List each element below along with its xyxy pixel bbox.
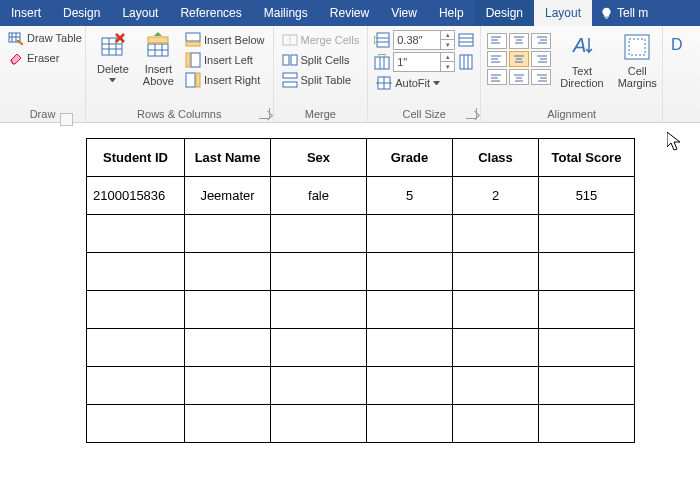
chevron-down-icon bbox=[433, 81, 440, 85]
align-top-right[interactable] bbox=[531, 33, 551, 49]
table-row[interactable] bbox=[87, 253, 635, 291]
split-table-button[interactable]: Split Table bbox=[280, 71, 362, 89]
col-header[interactable]: Student ID bbox=[87, 139, 185, 177]
svg-rect-12 bbox=[291, 55, 297, 65]
align-bottom-right[interactable] bbox=[531, 69, 551, 85]
dialog-launcher-icon[interactable] bbox=[466, 108, 477, 119]
svg-rect-18 bbox=[460, 55, 472, 69]
table-row[interactable]: 2100015836 Jeemater fale 5 2 515 bbox=[87, 177, 635, 215]
row-height-icon bbox=[374, 32, 390, 48]
cell-margins-button[interactable]: Cell Margins bbox=[613, 29, 662, 107]
tab-mailings[interactable]: Mailings bbox=[253, 0, 319, 26]
delete-button[interactable]: Delete bbox=[92, 29, 134, 107]
delete-icon bbox=[99, 32, 127, 60]
align-top-center[interactable] bbox=[509, 33, 529, 49]
column-width-input[interactable]: 1"▲▼ bbox=[393, 52, 455, 72]
align-bottom-center[interactable] bbox=[509, 69, 529, 85]
split-table-icon bbox=[282, 72, 298, 88]
group-label-alignment: Alignment bbox=[481, 108, 662, 120]
text-direction-icon: A bbox=[567, 32, 597, 62]
table-cell[interactable]: fale bbox=[271, 177, 367, 215]
col-header[interactable]: Last Name bbox=[185, 139, 271, 177]
autofit-button[interactable]: AutoFit bbox=[374, 74, 474, 92]
insert-right-icon bbox=[185, 72, 201, 88]
insert-above-icon bbox=[144, 32, 172, 60]
table-row[interactable] bbox=[87, 215, 635, 253]
draw-table-button[interactable]: Draw Table bbox=[6, 29, 79, 47]
group-label-merge: Merge bbox=[274, 108, 368, 120]
tab-bar: Insert Design Layout References Mailings… bbox=[0, 0, 700, 26]
insert-right-button[interactable]: Insert Right bbox=[183, 71, 267, 89]
chevron-down-icon bbox=[109, 78, 116, 82]
insert-below-button[interactable]: Insert Below bbox=[183, 31, 267, 49]
table-cell[interactable]: 2 bbox=[453, 177, 539, 215]
col-header[interactable]: Sex bbox=[271, 139, 367, 177]
svg-rect-9 bbox=[196, 73, 200, 87]
group-merge: Merge Cells Split Cells Split Table Merg… bbox=[274, 26, 369, 122]
tab-insert[interactable]: Insert bbox=[0, 0, 52, 26]
svg-rect-13 bbox=[283, 73, 297, 78]
tab-review[interactable]: Review bbox=[319, 0, 380, 26]
dialog-launcher-icon[interactable] bbox=[259, 108, 270, 119]
col-header[interactable]: Grade bbox=[367, 139, 453, 177]
data-button-partial[interactable]: D bbox=[669, 29, 696, 107]
svg-rect-11 bbox=[283, 55, 289, 65]
eraser-button[interactable]: Eraser bbox=[6, 49, 79, 67]
table-cell[interactable]: Jeemater bbox=[185, 177, 271, 215]
group-alignment: A Text Direction Cell Margins Alignment bbox=[481, 26, 663, 122]
table-row[interactable] bbox=[87, 405, 635, 443]
cell-margins-icon bbox=[622, 32, 652, 62]
tab-references[interactable]: References bbox=[169, 0, 252, 26]
group-overflow: D bbox=[663, 26, 700, 122]
group-label-cellsize: Cell Size bbox=[368, 108, 480, 120]
svg-rect-14 bbox=[283, 82, 297, 87]
align-middle-center[interactable] bbox=[509, 51, 529, 67]
table-row[interactable] bbox=[87, 367, 635, 405]
distribute-rows-icon[interactable] bbox=[458, 32, 474, 48]
row-height-input[interactable]: 0.38"▲▼ bbox=[393, 30, 455, 50]
align-top-left[interactable] bbox=[487, 33, 507, 49]
insert-above-button[interactable]: Insert Above bbox=[138, 29, 179, 107]
tab-layout[interactable]: Layout bbox=[111, 0, 169, 26]
table-cell[interactable]: 515 bbox=[539, 177, 635, 215]
tab-table-layout[interactable]: Layout bbox=[534, 0, 592, 26]
table-row[interactable] bbox=[87, 291, 635, 329]
tab-view[interactable]: View bbox=[380, 0, 428, 26]
col-header[interactable]: Total Score bbox=[539, 139, 635, 177]
group-cell-size: 0.38"▲▼ 1"▲▼ AutoFit Cell Size bbox=[368, 26, 481, 122]
svg-text:D: D bbox=[671, 36, 683, 53]
eraser-icon bbox=[8, 50, 24, 66]
tab-design[interactable]: Design bbox=[52, 0, 111, 26]
table-cell[interactable]: 2100015836 bbox=[87, 177, 185, 215]
tell-me-search[interactable]: Tell m bbox=[592, 0, 656, 26]
svg-rect-17 bbox=[375, 57, 389, 69]
group-draw: Draw Table Eraser Draw bbox=[0, 26, 86, 122]
distribute-columns-icon[interactable] bbox=[458, 54, 474, 70]
merge-cells-icon bbox=[282, 32, 298, 48]
group-rows-columns: Delete Insert Above Insert Below Insert … bbox=[86, 26, 274, 122]
student-table[interactable]: Student ID Last Name Sex Grade Class Tot… bbox=[86, 138, 635, 443]
split-cells-button[interactable]: Split Cells bbox=[280, 51, 362, 69]
tab-table-design[interactable]: Design bbox=[475, 0, 534, 26]
table-header-row[interactable]: Student ID Last Name Sex Grade Class Tot… bbox=[87, 139, 635, 177]
table-cell[interactable]: 5 bbox=[367, 177, 453, 215]
table-row[interactable] bbox=[87, 329, 635, 367]
align-bottom-left[interactable] bbox=[487, 69, 507, 85]
ribbon: Draw Table Eraser Draw Delete Insert Abo… bbox=[0, 26, 700, 123]
document-area: Student ID Last Name Sex Grade Class Tot… bbox=[0, 123, 700, 500]
text-direction-button[interactable]: A Text Direction bbox=[555, 29, 608, 107]
svg-rect-6 bbox=[191, 53, 200, 67]
svg-text:A: A bbox=[572, 34, 586, 56]
insert-left-button[interactable]: Insert Left bbox=[183, 51, 267, 69]
align-middle-right[interactable] bbox=[531, 51, 551, 67]
svg-rect-3 bbox=[148, 37, 168, 43]
draw-table-icon bbox=[8, 30, 24, 46]
col-header[interactable]: Class bbox=[453, 139, 539, 177]
svg-rect-4 bbox=[186, 33, 200, 41]
svg-rect-7 bbox=[186, 53, 190, 67]
split-cells-icon bbox=[282, 52, 298, 68]
insert-below-icon bbox=[185, 32, 201, 48]
tab-help[interactable]: Help bbox=[428, 0, 475, 26]
autofit-icon bbox=[376, 75, 392, 91]
align-middle-left[interactable] bbox=[487, 51, 507, 67]
